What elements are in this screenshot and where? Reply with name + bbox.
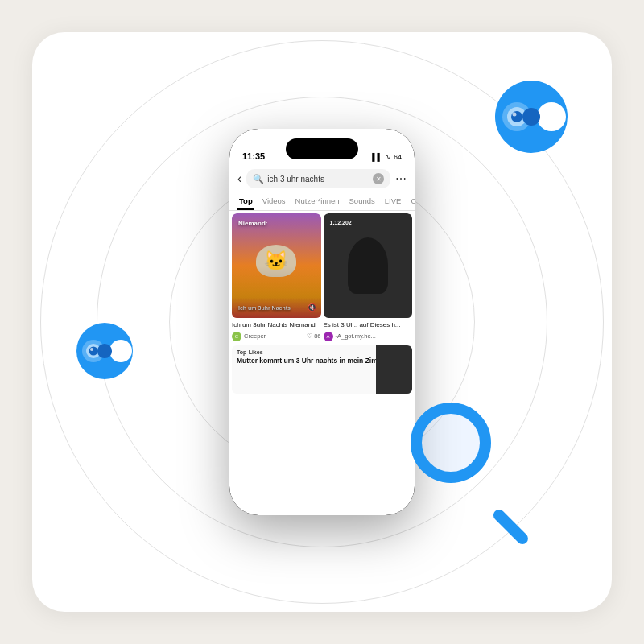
- phone: 11:35 ▌▌ ∿ 64 ‹ 🔍 ich 3 uhr nachts ✕ ⋯: [229, 129, 415, 515]
- svg-point-3: [513, 113, 517, 117]
- heart-icon-1: ♡: [307, 332, 312, 340]
- svg-point-2: [511, 111, 522, 122]
- battery-icon: 64: [394, 153, 402, 161]
- dark-person-silhouette: [348, 237, 388, 294]
- eye-svg-top: [497, 97, 537, 137]
- more-options-icon[interactable]: ⋯: [395, 172, 407, 185]
- video-thumb-2: 1.12.202: [324, 213, 413, 318]
- magnifier-handle: [491, 507, 530, 547]
- search-icon: 🔍: [253, 174, 264, 184]
- author-info-1: C Creeper: [232, 332, 266, 341]
- status-icons: ▌▌ ∿ 64: [372, 153, 402, 161]
- top-likes-card[interactable]: Top-Likes Mutter kommt um 3 Uhr nachts i…: [232, 345, 412, 394]
- video-author-row-1: C Creeper ♡ 86: [232, 332, 321, 341]
- author-info-2: A -A_got.my.he...: [324, 332, 376, 341]
- sound-icon-1: 🔇: [308, 303, 316, 312]
- dynamic-island: [286, 138, 358, 159]
- eye-icon-left: [76, 323, 133, 379]
- tabs-bar: Top Videos Nutzer*innen Sounds LIVE Orte: [229, 193, 415, 211]
- tab-videos[interactable]: Videos: [261, 193, 287, 210]
- magnifier-decoration: [411, 402, 539, 531]
- video-thumb-1: 🐱 Niemand: Ich um 3uhr Nachts 🔇: [232, 213, 321, 318]
- author-avatar-2: A: [324, 332, 333, 341]
- video-date-2: 1.12.202: [330, 220, 352, 225]
- thumb-dark: 1.12.202: [324, 213, 413, 318]
- thumb-sunset: 🐱 Niemand: Ich um 3uhr Nachts: [232, 213, 321, 318]
- eye-icon-top-right: [495, 80, 568, 153]
- eye-svg-left: [77, 335, 109, 367]
- video-overlay-bottom-1: Ich um 3uhr Nachts: [238, 305, 315, 312]
- status-time: 11:35: [242, 151, 265, 161]
- tab-live[interactable]: LIVE: [383, 193, 403, 210]
- search-query: ich 3 uhr nachts: [267, 175, 369, 184]
- video-grid: 🐱 Niemand: Ich um 3uhr Nachts 🔇 Ich um 3…: [229, 211, 415, 345]
- main-card: 11:35 ▌▌ ∿ 64 ‹ 🔍 ich 3 uhr nachts ✕ ⋯: [32, 32, 612, 612]
- author-name-1: Creeper: [244, 332, 266, 340]
- top-likes-thumbnail: [376, 345, 412, 394]
- phone-screen: 11:35 ▌▌ ∿ 64 ‹ 🔍 ich 3 uhr nachts ✕ ⋯: [229, 129, 415, 515]
- wifi-icon: ∿: [385, 153, 391, 161]
- tab-nutzerinnen[interactable]: Nutzer*innen: [294, 193, 341, 210]
- tab-top[interactable]: Top: [237, 193, 254, 210]
- search-clear-button[interactable]: ✕: [373, 173, 384, 184]
- video-meta-2: Es ist 3 Ul... auf Dieses h... A -A_got.…: [324, 318, 413, 343]
- signal-icon: ▌▌: [372, 153, 382, 161]
- tab-orte[interactable]: Orte: [409, 193, 415, 210]
- magnifier-circle: [411, 402, 491, 483]
- back-button[interactable]: ‹: [237, 171, 242, 186]
- meme-cat: 🐱: [256, 245, 296, 277]
- author-avatar-1: C: [232, 332, 242, 341]
- search-box[interactable]: 🔍 ich 3 uhr nachts ✕: [246, 169, 390, 188]
- video-card-1[interactable]: 🐱 Niemand: Ich um 3uhr Nachts 🔇 Ich um 3…: [232, 213, 321, 343]
- tab-sounds[interactable]: Sounds: [348, 193, 377, 210]
- author-name-2: -A_got.my.he...: [336, 332, 376, 340]
- video-title-2: Es ist 3 Ul... auf Dieses h...: [324, 321, 413, 329]
- like-count-1: ♡ 86: [307, 332, 320, 340]
- svg-point-7: [90, 348, 93, 351]
- video-card-2[interactable]: 1.12.202 Es ist 3 Ul... auf Dieses h... …: [324, 213, 413, 343]
- like-number-1: 86: [314, 332, 320, 340]
- video-title-1: Ich um 3uhr Nachts Niemand:: [232, 321, 321, 329]
- video-overlay-top-1: Niemand:: [238, 220, 267, 227]
- svg-point-6: [89, 347, 98, 356]
- video-author-row-2: A -A_got.my.he...: [324, 332, 413, 341]
- video-meta-1: Ich um 3uhr Nachts Niemand: C Creeper ♡ …: [232, 318, 321, 343]
